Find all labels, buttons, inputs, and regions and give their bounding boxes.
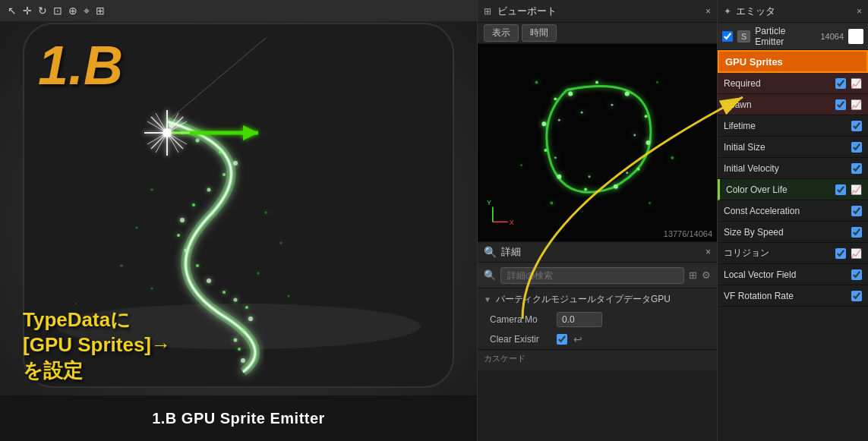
settings-icon[interactable]: ⚙: [702, 269, 711, 281]
svg-point-31: [288, 295, 290, 298]
gpu-sprites-row[interactable]: GPU Sprites: [718, 50, 868, 73]
module-row-size-by-speed[interactable]: Size By Speed: [718, 222, 868, 243]
local-vector-field-checkbox[interactable]: [851, 269, 862, 280]
module-label-initial-velocity: Initial Velocity: [724, 163, 847, 174]
module-row-const-acceleration[interactable]: Const Acceleration: [718, 200, 868, 222]
camera-icon[interactable]: ⌖: [84, 5, 90, 17]
center-panel: ⊞ ビューポート × 表示 時間: [477, 0, 718, 441]
required-checkbox[interactable]: [835, 78, 846, 89]
svg-point-20: [238, 348, 241, 351]
search-input[interactable]: [500, 267, 684, 284]
svg-marker-52: [243, 125, 258, 140]
move-icon[interactable]: ✛: [23, 5, 32, 17]
module-row-local-vector-field[interactable]: Local Vector Field: [718, 264, 868, 285]
scale-icon[interactable]: ⊡: [53, 5, 62, 17]
svg-point-58: [625, 91, 630, 96]
svg-point-70: [633, 134, 636, 137]
module-row-spawn[interactable]: Spawn 📈: [718, 94, 868, 115]
search-bar: 🔍 ⊞ ⚙: [478, 263, 717, 288]
emitter-visible-checkbox[interactable]: [722, 31, 733, 42]
emitter-title: エミッタ: [736, 5, 852, 18]
module-row-collision[interactable]: コリジョン 📈: [718, 243, 868, 264]
initial-velocity-checkbox[interactable]: [851, 163, 862, 174]
globe-icon[interactable]: ⊕: [68, 5, 77, 17]
svg-point-65: [544, 149, 547, 152]
svg-point-4: [219, 150, 222, 153]
emitter-close-button[interactable]: ×: [857, 6, 862, 17]
tab-display[interactable]: 表示: [484, 24, 519, 42]
svg-point-78: [649, 202, 651, 204]
lifetime-checkbox[interactable]: [851, 121, 862, 131]
vf-rotation-rate-checkbox[interactable]: [851, 291, 862, 301]
collapse-arrow-icon: ▼: [484, 295, 491, 304]
spawn-checkbox[interactable]: [835, 99, 846, 110]
svg-point-3: [196, 139, 200, 143]
bottom-label-text: 1.B GPU Sprite Emitter: [152, 410, 325, 427]
svg-point-62: [614, 184, 618, 189]
scene-viewport: 1.B TypeDataに [GPU Sprites]→ を設定 1.B GPU…: [0, 0, 477, 441]
module-label-initial-size: Initial Size: [724, 142, 847, 153]
clear-existing-label: Clear Existir: [490, 334, 551, 345]
module-row-initial-size[interactable]: Initial Size: [718, 137, 868, 158]
svg-point-11: [185, 249, 188, 253]
clear-existing-checkbox[interactable]: [557, 334, 567, 345]
size-by-speed-checkbox[interactable]: [851, 227, 862, 238]
required-graph-icon[interactable]: 📈: [851, 78, 862, 89]
svg-point-59: [645, 115, 648, 118]
viewport-tabs: 表示 時間: [478, 23, 717, 44]
grid-icon[interactable]: ⊞: [96, 5, 105, 17]
viewport-icon: ⊞: [484, 6, 491, 17]
initial-size-checkbox[interactable]: [851, 142, 862, 153]
module-label-vf-rotation-rate: VF Rotation Rate: [724, 291, 847, 301]
module-row-color-over-life[interactable]: Color Over Life 📈: [718, 179, 868, 200]
collision-graph-icon[interactable]: 📈: [851, 248, 862, 259]
svg-point-56: [568, 91, 573, 96]
svg-point-7: [207, 188, 211, 192]
solo-button[interactable]: S: [737, 30, 750, 43]
module-row-vf-rotation-rate[interactable]: VF Rotation Rate: [718, 285, 868, 307]
svg-point-60: [646, 140, 651, 145]
camera-motion-input[interactable]: [557, 312, 602, 327]
clear-existing-field: Clear Existir ↩: [478, 329, 717, 349]
emitter-icon: ✦: [724, 6, 731, 17]
module-label-lifetime: Lifetime: [724, 121, 847, 131]
detail-close-button[interactable]: ×: [705, 247, 711, 257]
module-label-const-acceleration: Const Acceleration: [724, 206, 847, 216]
module-row-initial-velocity[interactable]: Initial Velocity: [718, 158, 868, 179]
mini-viewport-canvas: X Y: [478, 44, 717, 241]
svg-point-19: [234, 339, 238, 342]
svg-point-5: [233, 161, 238, 165]
rotate-icon[interactable]: ↻: [38, 5, 47, 17]
viewport-counter: 13776/14064: [664, 229, 712, 238]
emitter-color-swatch[interactable]: [848, 29, 863, 44]
grid-view-icon[interactable]: ⊞: [689, 269, 697, 281]
viewport-close-button[interactable]: ×: [705, 6, 711, 17]
left-viewport-panel: ↖ ✛ ↻ ⊡ ⊕ ⌖ ⊞: [0, 0, 477, 441]
mini-viewport: X Y 13776/14064: [478, 44, 717, 241]
color-over-life-checkbox[interactable]: [835, 184, 846, 195]
cascade-title: カスケード: [484, 353, 711, 364]
svg-point-16: [245, 306, 248, 309]
svg-point-57: [595, 81, 598, 84]
svg-point-15: [234, 298, 238, 302]
svg-point-72: [589, 175, 591, 178]
color-over-life-graph-icon[interactable]: 📈: [851, 184, 862, 195]
right-emitter-panel: ✦ エミッタ × S Particle Emitter 14064 GPU Sp…: [718, 0, 868, 441]
emitter-name: Particle Emitter: [755, 26, 816, 47]
module-header[interactable]: ▼ パーティクルモジュールタイプデータGPU: [478, 288, 717, 310]
module-row-required[interactable]: Required 📈: [718, 73, 868, 94]
const-accel-checkbox[interactable]: [851, 206, 862, 216]
select-icon[interactable]: ↖: [8, 5, 17, 17]
svg-point-6: [223, 173, 226, 176]
svg-point-66: [541, 121, 546, 126]
spawn-graph-icon[interactable]: 📈: [851, 99, 862, 110]
svg-point-71: [626, 172, 628, 174]
module-row-lifetime[interactable]: Lifetime: [718, 115, 868, 137]
tab-time[interactable]: 時間: [522, 24, 557, 42]
svg-text:Y: Y: [487, 199, 491, 206]
collision-checkbox[interactable]: [835, 248, 846, 259]
svg-rect-55: [478, 45, 717, 241]
module-label-local-vector-field: Local Vector Field: [724, 269, 847, 280]
reset-icon[interactable]: ↩: [573, 333, 582, 345]
module-label-size-by-speed: Size By Speed: [724, 227, 847, 238]
